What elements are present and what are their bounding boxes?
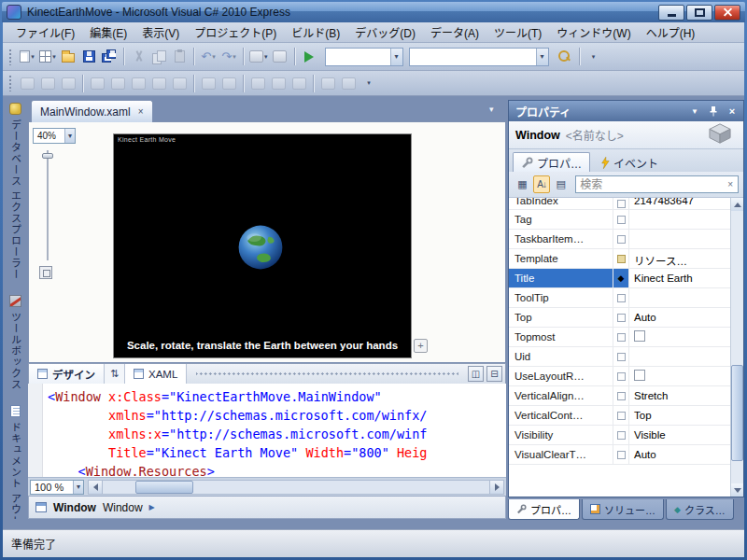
property-name[interactable]: Uid	[509, 347, 613, 366]
scroll-down-button[interactable]	[731, 483, 743, 497]
document-list-dropdown-icon[interactable]: ▾	[489, 105, 494, 114]
property-value[interactable]	[629, 367, 730, 385]
pin-icon[interactable]	[706, 105, 721, 119]
tool-tab-document-outline[interactable]: ドキュメント アウトライン	[8, 405, 23, 519]
solution-config-combo[interactable]: ▾	[325, 48, 403, 66]
chevron-down-icon[interactable]: ▾	[73, 481, 83, 494]
toolbar-grip[interactable]	[8, 49, 12, 65]
property-row-TabIndex[interactable]: TabIndex 2147483647	[509, 198, 730, 210]
align-middles-button[interactable]	[169, 73, 190, 94]
menu-item-help[interactable]: ヘルプ(H)	[639, 21, 703, 43]
chevron-down-icon[interactable]: ▾	[390, 49, 402, 65]
property-value[interactable]: リソース…	[629, 249, 730, 268]
property-row-TaskbarItem…[interactable]: TaskbarItem…	[509, 230, 730, 249]
property-name[interactable]: VerticalAlign…	[509, 386, 613, 405]
align-lefts-button[interactable]	[87, 73, 107, 94]
property-name[interactable]: TaskbarItem…	[509, 230, 613, 248]
property-row-Visibility[interactable]: Visibility Visible	[509, 426, 730, 445]
design-zoom-slider[interactable]	[42, 150, 53, 260]
browse-button[interactable]	[270, 46, 290, 67]
property-name[interactable]: Visibility	[509, 426, 613, 444]
zoom-slider-thumb[interactable]	[42, 153, 53, 159]
align-centers-button[interactable]	[107, 73, 128, 94]
menu-item-edit[interactable]: 編集(E)	[82, 21, 134, 43]
property-marker[interactable]	[613, 210, 629, 229]
property-value[interactable]: Stretch	[629, 386, 730, 405]
layout-toolbar-overflow-button[interactable]: ▾	[359, 73, 379, 94]
property-name[interactable]: Template	[509, 249, 613, 268]
property-name[interactable]: Title	[509, 269, 613, 287]
property-value[interactable]	[629, 328, 730, 346]
close-panel-icon[interactable]: ×	[725, 105, 740, 119]
property-marker[interactable]	[613, 426, 629, 444]
property-marker[interactable]	[613, 198, 629, 209]
property-value[interactable]: Auto	[629, 308, 730, 327]
property-value[interactable]: Visible	[629, 426, 730, 444]
menu-item-tools[interactable]: ツール(T)	[486, 21, 549, 43]
toolbar-overflow-button[interactable]: ▾	[584, 46, 604, 67]
property-marker[interactable]	[613, 308, 629, 327]
clear-search-icon[interactable]: ×	[725, 179, 736, 189]
document-tab[interactable]: MainWindow.xaml ×	[31, 100, 153, 122]
add-layout-button[interactable]	[17, 73, 37, 94]
pan-adorner[interactable]: +	[414, 339, 428, 353]
select-tool-button[interactable]	[37, 73, 58, 94]
design-zoom-combo[interactable]: 40% ▾	[33, 128, 76, 144]
property-marker[interactable]	[613, 406, 629, 425]
property-value[interactable]: Top	[629, 406, 730, 425]
property-row-VisualClearT…[interactable]: VisualClearT… Auto	[509, 445, 730, 465]
maximize-button[interactable]	[686, 5, 712, 21]
property-marker[interactable]	[613, 230, 629, 248]
property-value[interactable]	[629, 230, 730, 248]
add-item-button[interactable]: ▾	[37, 46, 58, 67]
editor-zoom-combo[interactable]: 100 % ▾	[30, 480, 84, 495]
design-view-tab[interactable]: デザイン	[29, 364, 105, 384]
menu-item-view[interactable]: 表示(V)	[134, 21, 187, 43]
navigate-button[interactable]: ▾	[247, 46, 270, 67]
categorize-button[interactable]: ▦	[514, 175, 531, 193]
property-name[interactable]: TabIndex	[509, 198, 613, 209]
breadcrumb-window-element[interactable]: Window	[103, 501, 143, 514]
property-name[interactable]: UseLayoutR…	[509, 367, 613, 385]
property-row-Title[interactable]: Title ◆ Kinect Earth	[509, 269, 730, 288]
property-row-Topmost[interactable]: Topmost	[509, 328, 730, 347]
properties-scrollbar[interactable]	[730, 198, 743, 497]
copy-button[interactable]	[148, 46, 169, 67]
horizontal-spacing-button[interactable]	[247, 73, 268, 94]
grid-snap-button[interactable]	[289, 73, 309, 94]
swap-views-button[interactable]: ⇅	[105, 364, 125, 384]
bring-to-front-button[interactable]	[317, 73, 338, 94]
design-surface[interactable]: 40% ▾ Kinect Earth Move	[28, 121, 506, 363]
tool-tab-toolbox[interactable]: ツールボックス	[8, 295, 23, 390]
checkbox[interactable]	[634, 370, 645, 381]
close-button[interactable]	[714, 5, 740, 21]
property-marker[interactable]	[613, 386, 629, 405]
breadcrumb-expand-icon[interactable]: ▶	[149, 503, 155, 511]
paste-button[interactable]	[169, 46, 190, 67]
save-all-button[interactable]	[99, 46, 120, 67]
make-same-width-button[interactable]	[198, 73, 218, 94]
property-value[interactable]	[629, 288, 730, 307]
menu-item-build[interactable]: ビルド(B)	[284, 21, 347, 43]
undo-button[interactable]: ↶▾	[198, 46, 218, 67]
menu-item-data[interactable]: データ(A)	[423, 21, 486, 43]
scroll-up-button[interactable]	[731, 198, 743, 211]
property-row-Template[interactable]: Template リソース…	[509, 249, 730, 269]
send-to-back-button[interactable]	[338, 73, 359, 94]
property-marker[interactable]	[613, 328, 629, 346]
property-marker[interactable]	[613, 367, 629, 385]
chevron-down-icon[interactable]: ▾	[536, 49, 548, 65]
collapse-pane-button[interactable]: ⊟	[486, 366, 502, 382]
property-row-Tag[interactable]: Tag	[509, 210, 730, 230]
property-row-VerticalAlign…[interactable]: VerticalAlign… Stretch	[509, 386, 730, 406]
tab-properties[interactable]: プロパ…	[513, 152, 590, 172]
property-value[interactable]	[629, 347, 730, 366]
property-name[interactable]: Tag	[509, 210, 613, 229]
code-area[interactable]: <Window x:Class="KinectEarthMove.MainWin…	[48, 387, 427, 477]
horizontal-scrollbar[interactable]	[88, 480, 504, 495]
horizontal-scrollbar-thumb[interactable]	[135, 481, 193, 494]
make-same-height-button[interactable]	[218, 73, 239, 94]
scroll-right-button[interactable]	[489, 481, 503, 494]
property-name[interactable]: ToolTip	[509, 288, 613, 307]
property-row-Top[interactable]: Top Auto	[509, 308, 730, 328]
